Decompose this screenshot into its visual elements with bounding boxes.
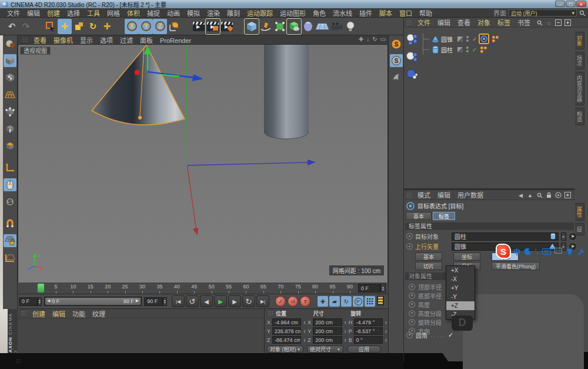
menu-item[interactable]: 渲染 <box>203 10 223 17</box>
rot-p-field[interactable]: -8.537 ° <box>354 327 383 335</box>
viewport-3d[interactable]: Y 透视视图 网格间距 : 100 cm <box>18 45 388 282</box>
viewport-menu-item[interactable]: 摄像机 <box>50 37 76 44</box>
floor-button[interactable] <box>315 19 329 34</box>
go-to-end-button[interactable]: ▶| <box>256 295 269 307</box>
viewport-menu-item[interactable]: ProRender <box>156 37 195 44</box>
cylinder-object-icon[interactable] <box>431 45 439 54</box>
lock-x-axis-button[interactable]: X <box>125 19 139 34</box>
tab-tag[interactable]: 标签 <box>433 212 455 220</box>
keyframe-radio-icon[interactable] <box>406 332 413 338</box>
menu-item[interactable]: 模拟 <box>183 10 203 17</box>
redo-button[interactable]: ↷ <box>19 19 33 34</box>
make-editable-button[interactable] <box>4 37 16 50</box>
menu-item[interactable]: 动画 <box>163 10 183 17</box>
dropdown-option[interactable]: +X <box>446 266 475 275</box>
range-end-field[interactable]: 90 F <box>144 297 163 306</box>
undo-button[interactable]: ↶ <box>5 19 19 34</box>
material-menu-item[interactable]: 编辑 <box>49 311 69 318</box>
enabled-check-icon[interactable]: ✓ <box>472 36 477 42</box>
sphere-blue-icon[interactable] <box>406 68 419 81</box>
close-button[interactable]: ✕ <box>576 1 586 7</box>
range-end-stepper[interactable]: ▲▼ <box>163 297 167 306</box>
viewport-menu-item[interactable]: 显示 <box>76 37 96 44</box>
viewport-solo-button[interactable] <box>4 178 16 191</box>
enabled-check-icon[interactable]: ✓ <box>472 46 477 53</box>
coordinate-system-button[interactable] <box>167 19 181 34</box>
go-to-start-button[interactable]: |◀ <box>172 295 185 307</box>
key-position-toggle[interactable]: ✚ <box>318 296 328 307</box>
menu-item[interactable]: 角色 <box>309 10 329 17</box>
timeline-ruler[interactable]: 51015202530354045505560657075808590 0 F … <box>18 282 388 294</box>
menu-item[interactable]: 编辑 <box>24 10 44 17</box>
target-tag-icon[interactable] <box>479 34 489 44</box>
dropdown-option[interactable]: +Z <box>446 301 475 310</box>
range-slider-thumb[interactable]: ◀0 F 90 F▶ <box>45 298 141 305</box>
render-view-button[interactable] <box>192 19 206 34</box>
voice-board-icon[interactable] <box>554 248 562 255</box>
polygon-mode-button[interactable] <box>4 139 16 152</box>
gizmo-origin-handle[interactable] <box>135 70 140 75</box>
object-manager-menu-item[interactable]: 对象 <box>474 19 494 26</box>
play-backwards-button[interactable]: ↺ <box>186 295 199 307</box>
menu-item[interactable]: 捕捉 <box>143 10 163 17</box>
size-x-field[interactable]: 200 cm <box>313 318 342 326</box>
sogou-logo-icon[interactable]: S <box>497 245 510 258</box>
minimize-button[interactable]: — <box>555 1 565 7</box>
dock-side-tab[interactable]: 内容浏览器 <box>575 72 584 105</box>
dropdown-option[interactable]: -Y <box>446 292 475 301</box>
view-maximize-icon[interactable]: ▭ <box>380 36 386 42</box>
object-manager-menu-item[interactable]: 书签 <box>514 19 534 26</box>
deformer-button[interactable] <box>287 19 301 34</box>
punctuation-icon[interactable]: ’, <box>535 248 539 255</box>
key-scale-toggle[interactable]: ▰ <box>329 296 340 307</box>
lock-z-axis-button[interactable]: Z <box>153 19 167 34</box>
key-pla-toggle[interactable] <box>365 296 375 307</box>
menu-item[interactable]: 流水线 <box>329 10 356 17</box>
skin-shirt-icon[interactable] <box>566 248 573 255</box>
menu-item[interactable]: 脚本 <box>376 10 396 17</box>
attribute-menu-item[interactable]: 编辑 <box>434 192 454 199</box>
spline-pen-button[interactable] <box>259 19 273 34</box>
object-name[interactable]: 圆柱 <box>441 45 453 54</box>
workplane-button[interactable] <box>4 251 16 264</box>
menu-item[interactable]: 网格 <box>103 10 123 17</box>
menu-item[interactable]: 插件 <box>356 10 376 17</box>
home-icon[interactable]: ⌂ <box>545 19 553 26</box>
object-manager-menu-item[interactable]: 编辑 <box>434 19 454 26</box>
object-row-cone[interactable]: 圆锥 ✓ <box>419 34 500 44</box>
spline-bird-button[interactable] <box>390 71 403 84</box>
stepper-icon[interactable]: ▲▼ <box>302 336 306 344</box>
stepper-icon[interactable]: ▲▼ <box>302 318 306 326</box>
menu-item[interactable]: 窗口 <box>396 10 416 17</box>
light-button[interactable] <box>343 19 358 34</box>
workplane-mode-button[interactable] <box>4 88 16 101</box>
dropdown-option[interactable]: +Y <box>446 284 475 292</box>
stepper-icon[interactable]: ▲▼ <box>302 327 306 335</box>
tab-basic[interactable]: 基本 <box>406 212 432 220</box>
panel-grip-icon[interactable] <box>22 37 28 42</box>
tab-coordinates[interactable]: 坐标 <box>453 252 480 261</box>
keyframe-radio-icon[interactable] <box>409 301 415 308</box>
phong-tag-icon[interactable] <box>491 34 500 44</box>
new-panel-icon[interactable] <box>564 191 572 199</box>
view-label[interactable]: 透视视图 <box>20 46 51 55</box>
autokey-button[interactable]: ( ) <box>288 296 298 307</box>
metaball-button[interactable] <box>301 19 315 34</box>
visibility-dots-icon[interactable] <box>466 36 469 42</box>
camera-button[interactable] <box>329 19 343 34</box>
menu-item[interactable]: 帮助 <box>416 10 436 17</box>
key-parameter-toggle[interactable]: P <box>353 296 363 307</box>
stepper-icon[interactable]: ▲▼ <box>343 318 348 326</box>
move-tool-button[interactable]: ✚ <box>58 19 72 34</box>
rot-h-field[interactable]: -4.479 ° <box>354 318 383 326</box>
keyframe-radio-icon[interactable] <box>409 310 415 317</box>
view-rotate-icon[interactable]: ↻ <box>372 36 377 42</box>
pos-y-field[interactable]: 235.878 cm <box>272 327 302 335</box>
rot-b-field[interactable]: 0 ° <box>354 336 383 344</box>
loop-button[interactable]: ↻ <box>242 295 255 307</box>
slider-left-arrow-icon[interactable]: ◀ <box>47 298 50 304</box>
visibility-dots-icon[interactable] <box>466 46 469 52</box>
panel-grip-icon[interactable] <box>268 311 273 316</box>
cone-parameter-handle[interactable] <box>138 116 142 119</box>
viewport-menu-item[interactable]: 过滤 <box>116 37 136 44</box>
